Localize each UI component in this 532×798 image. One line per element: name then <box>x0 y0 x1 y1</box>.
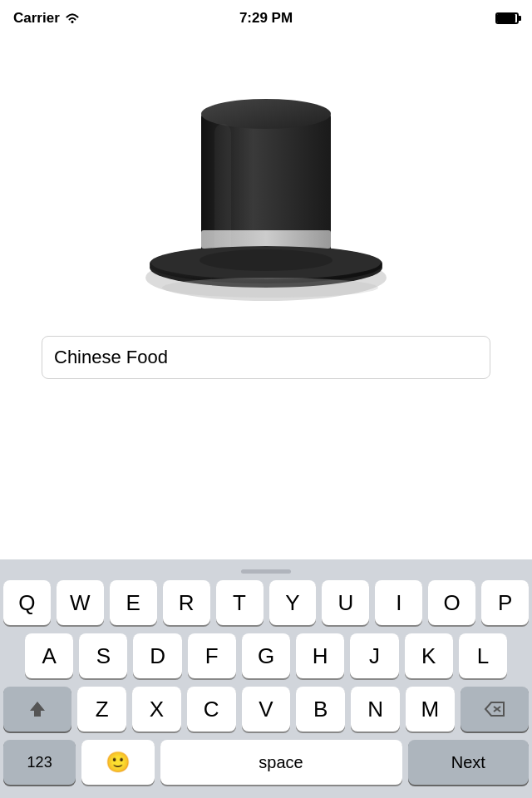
key-n[interactable]: N <box>351 687 400 732</box>
wifi-icon <box>65 12 80 24</box>
key-e[interactable]: E <box>110 580 157 625</box>
search-input-container <box>42 336 490 379</box>
keyboard-handle-bar <box>241 569 291 574</box>
key-d[interactable]: D <box>133 633 181 678</box>
next-key[interactable]: Next <box>408 740 529 785</box>
key-a[interactable]: A <box>25 633 73 678</box>
key-z[interactable]: Z <box>77 687 126 732</box>
space-key[interactable]: space <box>160 740 402 785</box>
key-g[interactable]: G <box>242 633 290 678</box>
key-h[interactable]: H <box>296 633 344 678</box>
main-content <box>0 37 532 559</box>
key-t[interactable]: T <box>216 580 264 625</box>
emoji-key[interactable]: 🙂 <box>81 740 154 785</box>
key-j[interactable]: J <box>350 633 398 678</box>
key-l[interactable]: L <box>459 633 507 678</box>
key-r[interactable]: R <box>163 580 210 625</box>
search-input[interactable] <box>42 336 490 379</box>
keyboard-row-3: Z X C V B N M <box>0 687 532 732</box>
shift-icon <box>28 700 47 718</box>
key-v[interactable]: V <box>242 687 291 732</box>
key-s[interactable]: S <box>79 633 127 678</box>
key-p[interactable]: P <box>481 580 529 625</box>
top-hat-svg <box>141 66 391 307</box>
key-u[interactable]: U <box>322 580 369 625</box>
keyboard-handle <box>0 569 532 574</box>
key-f[interactable]: F <box>188 633 236 678</box>
battery-icon <box>495 12 519 24</box>
keyboard: Q W E R T Y U I O P A S D F G H J K L Z … <box>0 559 532 798</box>
delete-icon <box>484 701 505 717</box>
status-carrier-wifi: Carrier <box>13 10 80 27</box>
key-c[interactable]: C <box>187 687 236 732</box>
keyboard-row-1: Q W E R T Y U I O P <box>0 580 532 625</box>
keyboard-row-2: A S D F G H J K L <box>0 633 532 678</box>
hat-image <box>133 53 399 319</box>
svg-point-0 <box>71 21 73 23</box>
svg-rect-8 <box>214 124 231 257</box>
carrier-label: Carrier <box>13 10 60 27</box>
key-k[interactable]: K <box>405 633 453 678</box>
svg-point-11 <box>200 249 332 271</box>
status-bar: Carrier 7:29 PM <box>0 0 532 37</box>
status-battery <box>495 12 519 24</box>
key-x[interactable]: X <box>132 687 181 732</box>
key-o[interactable]: O <box>428 580 475 625</box>
svg-marker-13 <box>30 702 45 717</box>
num-key[interactable]: 123 <box>3 740 76 785</box>
status-time: 7:29 PM <box>239 10 293 27</box>
svg-point-12 <box>162 278 378 298</box>
key-q[interactable]: Q <box>3 580 51 625</box>
key-m[interactable]: M <box>406 687 455 732</box>
key-y[interactable]: Y <box>269 580 317 625</box>
key-i[interactable]: I <box>375 580 422 625</box>
key-w[interactable]: W <box>57 580 104 625</box>
key-b[interactable]: B <box>296 687 345 732</box>
shift-key[interactable] <box>3 687 71 732</box>
keyboard-row-4: 123 🙂 space Next <box>0 740 532 790</box>
delete-key[interactable] <box>461 687 529 732</box>
